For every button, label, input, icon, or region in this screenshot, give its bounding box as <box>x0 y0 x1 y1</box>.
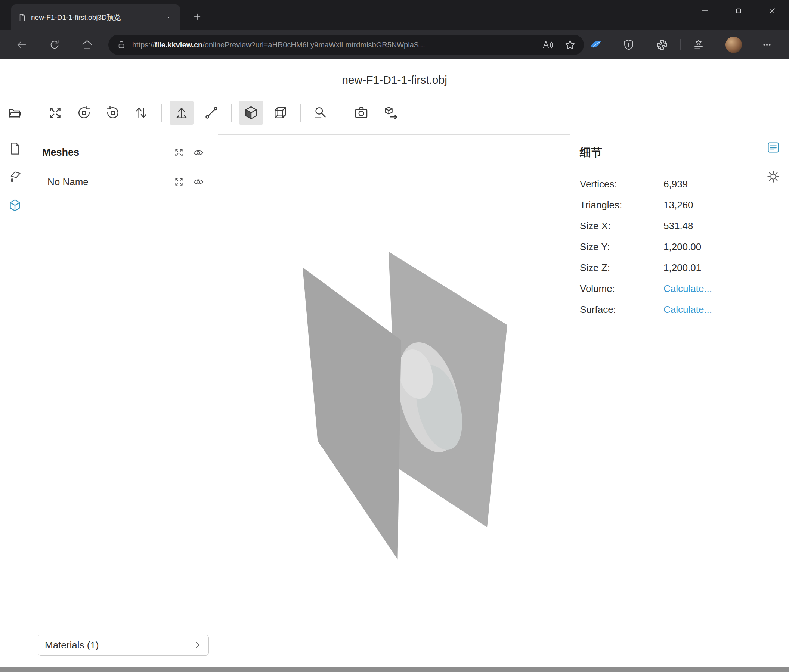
viewer-page: new-F1-D1-1-first.obj <box>0 59 789 672</box>
close-button[interactable] <box>755 0 789 22</box>
lock-icon[interactable] <box>117 40 126 49</box>
viewer-toolbar <box>0 96 789 129</box>
mesh-visibility-eye-icon[interactable] <box>192 176 204 188</box>
solid-view-icon[interactable] <box>239 101 263 125</box>
detail-row: Surface: Calculate... <box>580 299 751 320</box>
shield-extension-icon[interactable] <box>622 38 636 51</box>
toolbar-separator <box>231 104 232 122</box>
measure-line-icon[interactable] <box>200 101 224 125</box>
detail-label: Vertices: <box>580 178 663 190</box>
tab-title: new-F1-D1-1-first.obj3D预览 <box>31 13 163 22</box>
detail-label: Size Z: <box>580 262 663 274</box>
detail-label: Size X: <box>580 220 663 232</box>
detail-label: Volume: <box>580 283 663 295</box>
detail-row: Triangles: 13,260 <box>580 194 751 215</box>
back-button[interactable] <box>11 34 32 55</box>
detail-row: Size X: 531.48 <box>580 215 751 236</box>
snapshot-camera-icon[interactable] <box>349 101 373 125</box>
rotate-ccw-icon[interactable] <box>72 101 96 125</box>
toolbar-separator <box>341 104 341 122</box>
refresh-button[interactable] <box>44 34 65 55</box>
fit-mesh-icon[interactable] <box>173 176 185 188</box>
meshes-title: Meshes <box>38 147 166 158</box>
favorite-star-icon[interactable] <box>564 39 576 50</box>
model-viewport[interactable] <box>218 134 570 655</box>
detail-row: Size Z: 1,200.01 <box>580 257 751 278</box>
wireframe-view-icon[interactable] <box>268 101 292 125</box>
tab-close-icon[interactable] <box>163 11 175 24</box>
detail-row: Size Y: 1,200.00 <box>580 236 751 257</box>
url-text: https://file.kkview.cn/onlinePreview?url… <box>132 41 425 49</box>
materials-button-label: Materials (1) <box>45 640 99 651</box>
read-aloud-icon[interactable] <box>542 39 553 50</box>
detail-label: Size Y: <box>580 241 663 253</box>
browser-navbar: https://file.kkview.cn/onlinePreview?url… <box>0 30 789 59</box>
tab-favicon-document-icon <box>18 13 26 22</box>
detail-label: Surface: <box>580 304 663 315</box>
file-icon[interactable] <box>8 141 22 156</box>
detail-label: Triangles: <box>580 199 663 211</box>
meshes-header: Meshes <box>38 140 211 166</box>
export-model-icon[interactable] <box>379 101 403 125</box>
meshes-panel: Meshes No Name <box>38 140 211 191</box>
toolbar-separator <box>300 104 301 122</box>
fit-to-window-icon[interactable] <box>43 101 67 125</box>
details-header: 细节 <box>580 140 751 166</box>
browser-tab[interactable]: new-F1-D1-1-first.obj3D预览 <box>11 5 180 30</box>
maximize-button[interactable] <box>722 0 755 22</box>
minimize-button[interactable] <box>688 0 722 22</box>
detail-row: Vertices: 6,939 <box>580 174 751 194</box>
set-up-vector-icon[interactable] <box>169 101 193 125</box>
measure-icon[interactable] <box>308 101 332 125</box>
materials-icon[interactable] <box>8 169 22 185</box>
chevron-right-icon <box>193 641 202 650</box>
detail-value: 1,200.01 <box>663 262 701 274</box>
detail-value: 1,200.00 <box>663 241 701 253</box>
detail-value: 6,939 <box>663 178 688 190</box>
rotate-cw-icon[interactable] <box>101 101 125 125</box>
toolbar-separator <box>161 104 162 122</box>
url-path: /onlinePreview?url=aHR0cHM6Ly9maWxlLmtrd… <box>203 41 425 49</box>
detail-row: Volume: Calculate... <box>580 278 751 299</box>
fit-meshes-icon[interactable] <box>173 147 185 159</box>
details-panel: 细节 Vertices: 6,939 Triangles: 13,260 Siz… <box>580 140 751 320</box>
model-render <box>218 135 570 655</box>
detail-value: 13,260 <box>663 199 693 211</box>
profile-avatar[interactable] <box>725 37 742 53</box>
calculate-surface-link[interactable]: Calculate... <box>663 304 712 315</box>
mesh-list-item[interactable]: No Name <box>38 173 211 191</box>
gear-icon[interactable] <box>766 169 781 184</box>
toolbar-separator <box>35 104 35 122</box>
flip-vertical-icon[interactable] <box>129 101 153 125</box>
details-list-icon[interactable] <box>766 140 781 155</box>
new-tab-button[interactable] <box>189 9 206 25</box>
meshes-visibility-eye-icon[interactable] <box>192 147 204 159</box>
blue-extension-icon[interactable] <box>589 38 602 51</box>
window-bottom-edge <box>0 667 789 672</box>
plane-left <box>303 267 401 560</box>
more-options-icon[interactable] <box>760 38 774 51</box>
browser-titlebar: new-F1-D1-1-first.obj3D预览 <box>0 0 789 30</box>
detail-value: 531.48 <box>663 220 693 232</box>
open-model-icon[interactable] <box>3 101 27 125</box>
materials-divider <box>38 626 211 626</box>
page-title: new-F1-D1-1-first.obj <box>0 73 789 86</box>
url-scheme: https:// <box>132 41 155 49</box>
url-domain: file.kkview.cn <box>155 41 203 49</box>
favorites-hub-icon[interactable] <box>692 38 705 51</box>
mesh-name: No Name <box>48 176 166 188</box>
address-bar[interactable]: https://file.kkview.cn/onlinePreview?url… <box>109 35 584 55</box>
calculate-volume-link[interactable]: Calculate... <box>663 283 712 295</box>
home-button[interactable] <box>77 34 97 55</box>
model-cube-icon[interactable] <box>8 198 22 213</box>
extensions-puzzle-icon[interactable] <box>655 38 669 51</box>
materials-button[interactable]: Materials (1) <box>38 635 209 656</box>
